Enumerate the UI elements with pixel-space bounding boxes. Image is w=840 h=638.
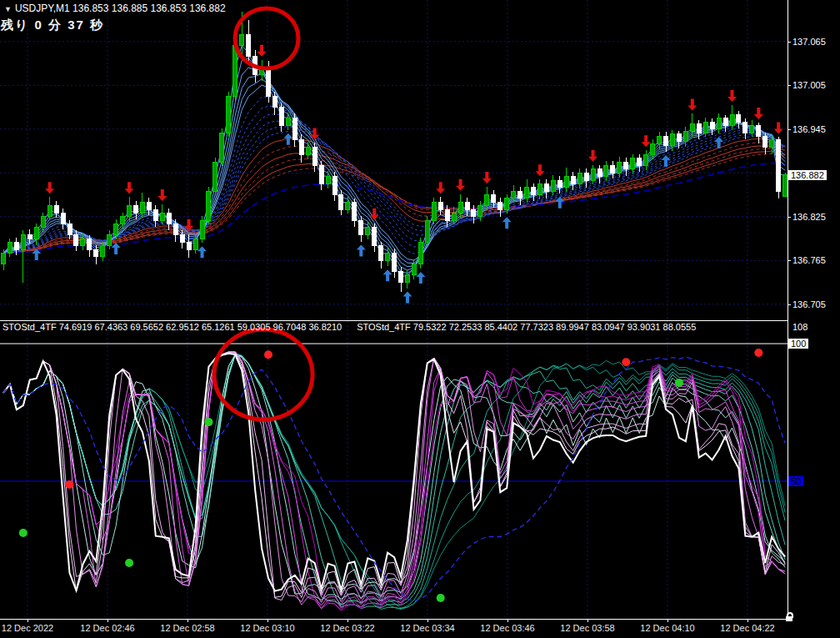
candle [717,118,721,129]
candle [677,134,681,142]
candle [326,177,330,184]
candle [432,202,436,220]
candle [267,67,271,96]
sell-signal-dot [66,480,74,489]
sell-arrow-icon [258,45,267,57]
sub-axis-max-label: 108 [792,322,808,332]
candle [68,224,72,235]
candle [153,209,158,220]
candle [187,242,191,249]
time-axis-label: 12 Dec 02:46 [80,623,134,633]
candle [61,213,65,224]
candle [564,177,568,188]
candle [710,122,714,129]
sub-axis-level-box: 100 [788,339,808,349]
time-axis-tick [588,619,588,622]
price-axis-label: 137.065 [792,37,826,47]
candle [8,242,12,253]
candle [94,249,98,257]
candle [631,158,635,169]
buy-signal-dot [125,559,133,567]
buy-signal-dot [204,418,212,426]
candle [319,166,323,184]
candle [472,209,476,217]
candle [478,206,482,217]
buy-signal-dot [19,529,28,537]
indicator-value-row: STOStd_4TF 74.6919 67.4363 69.5652 62.95… [2,322,788,332]
candle [438,202,442,209]
candle [306,148,310,155]
candle [399,271,403,282]
price-axis-border [788,0,788,619]
candle [2,254,6,264]
time-axis-label: 12 Dec 2022 [2,623,53,633]
time-axis-label: 12 Dec 03:46 [480,623,534,633]
candle [405,275,409,283]
candle [651,143,655,154]
sell-arrow-icon [642,135,651,147]
sell-arrow-icon [436,182,445,193]
price-axis-label: 136.945 [792,124,826,134]
time-axis-label: 12 Dec 02:58 [160,623,214,633]
time-axis-tick [508,619,508,622]
candle [121,217,125,224]
candle [658,137,662,144]
candle [584,173,588,180]
candle [147,202,151,209]
main-pane[interactable] [0,0,788,320]
time-axis-tick [268,619,268,622]
price-axis-tick [788,304,791,305]
sell-signal-dot [754,349,762,357]
time-axis-tick [428,619,428,622]
sell-signal-dot [622,358,630,366]
candle [34,228,38,239]
buy-signal-dot [675,379,683,387]
candle [173,224,178,235]
candle [108,235,112,246]
candle [279,108,283,126]
pane-separator[interactable] [0,320,788,321]
candle [359,220,363,234]
candle [207,191,211,220]
candle [346,202,350,209]
stochastic-pane[interactable] [0,321,788,619]
candle [644,154,648,165]
candle [54,206,58,214]
chevron-down-icon[interactable]: ▼ [4,5,12,13]
candle [670,134,674,146]
candle [386,254,390,261]
time-axis-label: 12 Dec 04:22 [720,623,774,633]
candle [591,169,595,180]
time-axis-border [0,619,788,620]
candle [227,96,231,133]
time-axis-tick [188,619,188,622]
candle [352,202,357,220]
candle [697,124,701,133]
sell-arrow-icon [588,150,598,162]
time-axis-label: 12 Dec 03:34 [400,623,454,633]
ohlc-values: 136.853 136.885 136.853 136.882 [72,3,226,14]
price-axis-label: 136.825 [792,212,826,222]
sell-arrow-icon [754,108,763,119]
candle [763,137,768,148]
candle [140,202,144,213]
candle [14,242,18,249]
indicator-label-1: STOStd_4TF 74.6919 67.4363 69.5652 62.95… [2,322,342,332]
candle [518,191,522,198]
candle [180,235,184,243]
candle [505,198,509,209]
time-axis-tick [28,619,28,622]
candle [770,140,774,148]
candle [538,183,542,194]
time-axis-label: 12 Dec 04:10 [640,623,694,633]
candle [41,217,45,228]
chart-canvas[interactable] [0,0,840,638]
candle [425,220,429,242]
candle [286,118,290,126]
candle [220,133,224,162]
time-axis-tick [348,619,348,622]
candle-countdown-timer: 残り 0 分 37 秒 [1,18,104,33]
candle [74,235,78,246]
price-axis-tick [788,260,791,261]
candle [723,118,728,126]
